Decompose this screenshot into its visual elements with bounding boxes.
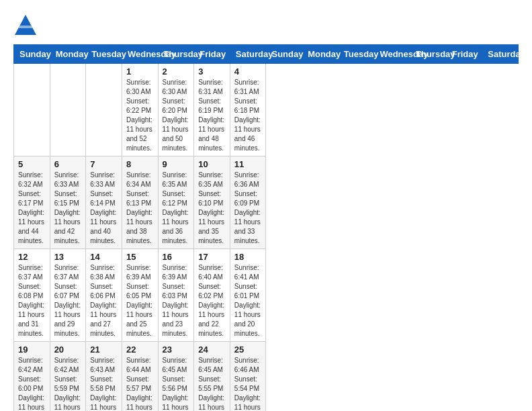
calendar-cell: 18Sunrise: 6:41 AM Sunset: 6:01 PM Dayli… <box>230 249 266 342</box>
calendar-cell: 9Sunrise: 6:35 AM Sunset: 6:12 PM Daylig… <box>158 156 194 249</box>
day-info: Sunrise: 6:31 AM Sunset: 6:19 PM Dayligh… <box>198 78 226 153</box>
calendar-cell: 20Sunrise: 6:42 AM Sunset: 5:59 PM Dayli… <box>50 342 86 412</box>
calendar-cell: 15Sunrise: 6:39 AM Sunset: 6:05 PM Dayli… <box>122 249 158 342</box>
calendar-week-3: 12Sunrise: 6:37 AM Sunset: 6:08 PM Dayli… <box>14 249 519 342</box>
day-info: Sunrise: 6:40 AM Sunset: 6:02 PM Dayligh… <box>198 263 226 338</box>
day-info: Sunrise: 6:34 AM Sunset: 6:13 PM Dayligh… <box>126 171 154 246</box>
header-saturday: Saturday <box>230 45 266 64</box>
day-number: 7 <box>90 159 118 169</box>
calendar-cell: 3Sunrise: 6:31 AM Sunset: 6:19 PM Daylig… <box>194 64 230 156</box>
col-header-sunday: Sunday <box>266 45 302 64</box>
header-wednesday: Wednesday <box>122 45 158 64</box>
col-header-tuesday: Tuesday <box>338 45 374 64</box>
calendar-week-1: 1Sunrise: 6:30 AM Sunset: 6:22 PM Daylig… <box>14 64 519 156</box>
calendar-cell: 13Sunrise: 6:37 AM Sunset: 6:07 PM Dayli… <box>50 249 86 342</box>
page-header <box>13 13 519 38</box>
day-number: 13 <box>54 252 82 262</box>
day-number: 1 <box>126 66 154 77</box>
calendar-cell: 4Sunrise: 6:31 AM Sunset: 6:18 PM Daylig… <box>230 64 266 156</box>
calendar-cell: 24Sunrise: 6:45 AM Sunset: 5:55 PM Dayli… <box>194 342 230 412</box>
day-number: 6 <box>54 159 82 169</box>
day-info: Sunrise: 6:35 AM Sunset: 6:12 PM Dayligh… <box>163 171 190 246</box>
calendar-header-row: SundayMondayTuesdayWednesdayThursdayFrid… <box>14 45 519 64</box>
day-info: Sunrise: 6:41 AM Sunset: 6:01 PM Dayligh… <box>234 263 262 338</box>
day-info: Sunrise: 6:45 AM Sunset: 5:56 PM Dayligh… <box>163 356 190 411</box>
day-number: 21 <box>90 345 118 355</box>
day-number: 16 <box>163 252 190 262</box>
day-number: 24 <box>198 345 226 355</box>
day-number: 19 <box>18 345 46 355</box>
day-info: Sunrise: 6:30 AM Sunset: 6:22 PM Dayligh… <box>126 78 154 153</box>
day-info: Sunrise: 6:35 AM Sunset: 6:10 PM Dayligh… <box>198 171 226 246</box>
day-number: 10 <box>198 159 226 169</box>
logo-icon <box>13 13 38 38</box>
calendar-cell: 8Sunrise: 6:34 AM Sunset: 6:13 PM Daylig… <box>122 156 158 249</box>
day-number: 20 <box>54 345 82 355</box>
day-info: Sunrise: 6:37 AM Sunset: 6:08 PM Dayligh… <box>18 263 46 338</box>
day-number: 25 <box>234 345 262 355</box>
calendar-cell: 22Sunrise: 6:44 AM Sunset: 5:57 PM Dayli… <box>122 342 158 412</box>
day-info: Sunrise: 6:37 AM Sunset: 6:07 PM Dayligh… <box>54 263 82 338</box>
calendar-cell: 25Sunrise: 6:46 AM Sunset: 5:54 PM Dayli… <box>230 342 266 412</box>
day-number: 18 <box>234 252 262 262</box>
header-monday: Monday <box>50 45 86 64</box>
calendar-cell <box>14 64 50 156</box>
day-info: Sunrise: 6:39 AM Sunset: 6:05 PM Dayligh… <box>126 263 154 338</box>
calendar-cell: 7Sunrise: 6:33 AM Sunset: 6:14 PM Daylig… <box>86 156 122 249</box>
calendar-cell: 16Sunrise: 6:39 AM Sunset: 6:03 PM Dayli… <box>158 249 194 342</box>
day-number: 4 <box>234 66 262 77</box>
day-info: Sunrise: 6:33 AM Sunset: 6:15 PM Dayligh… <box>54 171 82 246</box>
day-number: 22 <box>126 345 154 355</box>
day-number: 23 <box>163 345 190 355</box>
header-friday: Friday <box>194 45 230 64</box>
day-info: Sunrise: 6:42 AM Sunset: 6:00 PM Dayligh… <box>18 356 46 411</box>
calendar-week-4: 19Sunrise: 6:42 AM Sunset: 6:00 PM Dayli… <box>14 342 519 412</box>
day-info: Sunrise: 6:43 AM Sunset: 5:58 PM Dayligh… <box>90 356 118 411</box>
calendar-cell: 17Sunrise: 6:40 AM Sunset: 6:02 PM Dayli… <box>194 249 230 342</box>
calendar-cell: 19Sunrise: 6:42 AM Sunset: 6:00 PM Dayli… <box>14 342 50 412</box>
day-number: 2 <box>163 66 190 77</box>
day-number: 11 <box>234 159 262 169</box>
calendar-cell <box>86 64 122 156</box>
calendar-table: SundayMondayTuesdayWednesdayThursdayFrid… <box>13 44 519 411</box>
calendar-week-2: 5Sunrise: 6:32 AM Sunset: 6:17 PM Daylig… <box>14 156 519 249</box>
day-info: Sunrise: 6:44 AM Sunset: 5:57 PM Dayligh… <box>126 356 154 411</box>
day-info: Sunrise: 6:32 AM Sunset: 6:17 PM Dayligh… <box>18 171 46 246</box>
svg-rect-2 <box>19 26 32 28</box>
header-tuesday: Tuesday <box>86 45 122 64</box>
day-number: 9 <box>163 159 190 169</box>
calendar-cell: 5Sunrise: 6:32 AM Sunset: 6:17 PM Daylig… <box>14 156 50 249</box>
col-header-thursday: Thursday <box>410 45 447 64</box>
calendar-cell <box>50 64 86 156</box>
day-info: Sunrise: 6:36 AM Sunset: 6:09 PM Dayligh… <box>234 171 262 246</box>
day-info: Sunrise: 6:42 AM Sunset: 5:59 PM Dayligh… <box>54 356 82 411</box>
day-number: 8 <box>126 159 154 169</box>
header-thursday: Thursday <box>158 45 194 64</box>
col-header-monday: Monday <box>302 45 339 64</box>
col-header-friday: Friday <box>446 45 482 64</box>
day-number: 5 <box>18 159 46 169</box>
col-header-saturday: Saturday <box>482 45 519 64</box>
day-number: 15 <box>126 252 154 262</box>
calendar-cell: 23Sunrise: 6:45 AM Sunset: 5:56 PM Dayli… <box>158 342 194 412</box>
day-info: Sunrise: 6:33 AM Sunset: 6:14 PM Dayligh… <box>90 171 118 246</box>
day-info: Sunrise: 6:39 AM Sunset: 6:03 PM Dayligh… <box>163 263 190 338</box>
day-info: Sunrise: 6:30 AM Sunset: 6:20 PM Dayligh… <box>163 78 190 153</box>
calendar-cell: 2Sunrise: 6:30 AM Sunset: 6:20 PM Daylig… <box>158 64 194 156</box>
day-info: Sunrise: 6:38 AM Sunset: 6:06 PM Dayligh… <box>90 263 118 338</box>
svg-marker-1 <box>15 15 36 35</box>
calendar-cell: 1Sunrise: 6:30 AM Sunset: 6:22 PM Daylig… <box>122 64 158 156</box>
calendar-cell: 12Sunrise: 6:37 AM Sunset: 6:08 PM Dayli… <box>14 249 50 342</box>
day-info: Sunrise: 6:45 AM Sunset: 5:55 PM Dayligh… <box>198 356 226 411</box>
day-number: 3 <box>198 66 226 77</box>
col-header-wednesday: Wednesday <box>374 45 410 64</box>
day-number: 12 <box>18 252 46 262</box>
day-info: Sunrise: 6:31 AM Sunset: 6:18 PM Dayligh… <box>234 78 262 153</box>
calendar-cell: 6Sunrise: 6:33 AM Sunset: 6:15 PM Daylig… <box>50 156 86 249</box>
header-sunday: Sunday <box>14 45 50 64</box>
day-number: 14 <box>90 252 118 262</box>
day-number: 17 <box>198 252 226 262</box>
calendar-cell: 14Sunrise: 6:38 AM Sunset: 6:06 PM Dayli… <box>86 249 122 342</box>
day-info: Sunrise: 6:46 AM Sunset: 5:54 PM Dayligh… <box>234 356 262 411</box>
logo <box>13 13 40 38</box>
